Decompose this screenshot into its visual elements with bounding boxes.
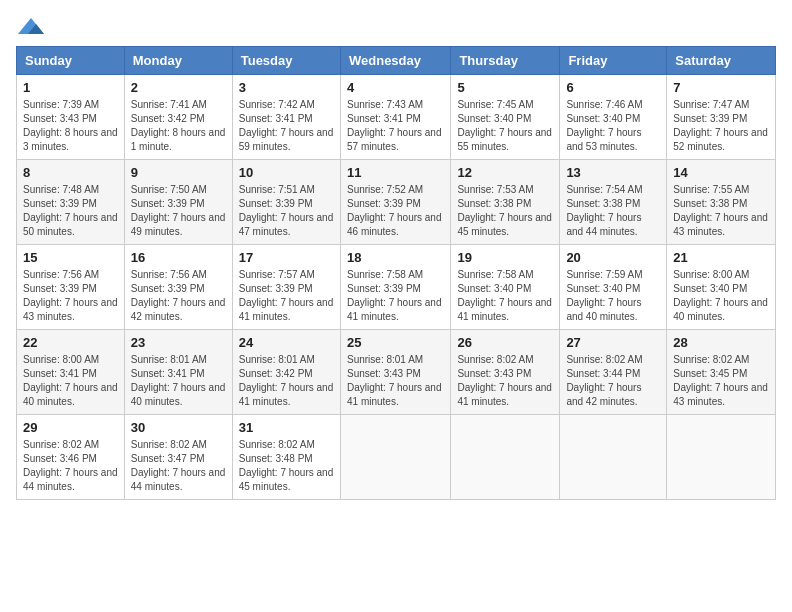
day-info: Sunrise: 7:47 AMSunset: 3:39 PMDaylight:… [673, 98, 769, 154]
day-info: Sunrise: 8:00 AMSunset: 3:40 PMDaylight:… [673, 268, 769, 324]
day-number: 1 [23, 80, 118, 95]
day-number: 20 [566, 250, 660, 265]
calendar-cell: 31Sunrise: 8:02 AMSunset: 3:48 PMDayligh… [232, 415, 340, 500]
day-info: Sunrise: 8:02 AMSunset: 3:43 PMDaylight:… [457, 353, 553, 409]
day-info: Sunrise: 8:01 AMSunset: 3:43 PMDaylight:… [347, 353, 444, 409]
day-info: Sunrise: 7:55 AMSunset: 3:38 PMDaylight:… [673, 183, 769, 239]
calendar-cell: 9Sunrise: 7:50 AMSunset: 3:39 PMDaylight… [124, 160, 232, 245]
calendar-cell: 8Sunrise: 7:48 AMSunset: 3:39 PMDaylight… [17, 160, 125, 245]
day-number: 21 [673, 250, 769, 265]
day-info: Sunrise: 8:02 AMSunset: 3:46 PMDaylight:… [23, 438, 118, 494]
calendar-cell: 10Sunrise: 7:51 AMSunset: 3:39 PMDayligh… [232, 160, 340, 245]
day-number: 4 [347, 80, 444, 95]
calendar-cell: 11Sunrise: 7:52 AMSunset: 3:39 PMDayligh… [340, 160, 450, 245]
logo [16, 16, 50, 38]
day-number: 30 [131, 420, 226, 435]
day-info: Sunrise: 8:02 AMSunset: 3:47 PMDaylight:… [131, 438, 226, 494]
col-header-monday: Monday [124, 47, 232, 75]
calendar-cell: 7Sunrise: 7:47 AMSunset: 3:39 PMDaylight… [667, 75, 776, 160]
day-number: 14 [673, 165, 769, 180]
col-header-saturday: Saturday [667, 47, 776, 75]
day-info: Sunrise: 7:57 AMSunset: 3:39 PMDaylight:… [239, 268, 334, 324]
day-info: Sunrise: 7:56 AMSunset: 3:39 PMDaylight:… [23, 268, 118, 324]
day-number: 3 [239, 80, 334, 95]
day-number: 12 [457, 165, 553, 180]
day-number: 8 [23, 165, 118, 180]
calendar-cell: 1Sunrise: 7:39 AMSunset: 3:43 PMDaylight… [17, 75, 125, 160]
calendar-cell [560, 415, 667, 500]
calendar-cell: 29Sunrise: 8:02 AMSunset: 3:46 PMDayligh… [17, 415, 125, 500]
day-number: 17 [239, 250, 334, 265]
day-number: 31 [239, 420, 334, 435]
calendar-cell: 2Sunrise: 7:41 AMSunset: 3:42 PMDaylight… [124, 75, 232, 160]
calendar-cell: 3Sunrise: 7:42 AMSunset: 3:41 PMDaylight… [232, 75, 340, 160]
calendar-cell: 26Sunrise: 8:02 AMSunset: 3:43 PMDayligh… [451, 330, 560, 415]
day-info: Sunrise: 8:01 AMSunset: 3:41 PMDaylight:… [131, 353, 226, 409]
day-number: 25 [347, 335, 444, 350]
calendar-cell: 15Sunrise: 7:56 AMSunset: 3:39 PMDayligh… [17, 245, 125, 330]
calendar-cell: 24Sunrise: 8:01 AMSunset: 3:42 PMDayligh… [232, 330, 340, 415]
day-number: 9 [131, 165, 226, 180]
calendar-cell: 4Sunrise: 7:43 AMSunset: 3:41 PMDaylight… [340, 75, 450, 160]
day-info: Sunrise: 7:42 AMSunset: 3:41 PMDaylight:… [239, 98, 334, 154]
day-info: Sunrise: 7:56 AMSunset: 3:39 PMDaylight:… [131, 268, 226, 324]
day-number: 28 [673, 335, 769, 350]
day-number: 15 [23, 250, 118, 265]
calendar-cell [340, 415, 450, 500]
day-number: 10 [239, 165, 334, 180]
calendar-cell [451, 415, 560, 500]
day-number: 19 [457, 250, 553, 265]
day-info: Sunrise: 8:02 AMSunset: 3:48 PMDaylight:… [239, 438, 334, 494]
col-header-thursday: Thursday [451, 47, 560, 75]
calendar-cell: 19Sunrise: 7:58 AMSunset: 3:40 PMDayligh… [451, 245, 560, 330]
col-header-wednesday: Wednesday [340, 47, 450, 75]
calendar-cell: 21Sunrise: 8:00 AMSunset: 3:40 PMDayligh… [667, 245, 776, 330]
calendar-cell: 22Sunrise: 8:00 AMSunset: 3:41 PMDayligh… [17, 330, 125, 415]
day-info: Sunrise: 7:48 AMSunset: 3:39 PMDaylight:… [23, 183, 118, 239]
day-number: 2 [131, 80, 226, 95]
day-number: 27 [566, 335, 660, 350]
day-info: Sunrise: 7:52 AMSunset: 3:39 PMDaylight:… [347, 183, 444, 239]
day-number: 29 [23, 420, 118, 435]
calendar-cell: 27Sunrise: 8:02 AMSunset: 3:44 PMDayligh… [560, 330, 667, 415]
calendar-cell: 16Sunrise: 7:56 AMSunset: 3:39 PMDayligh… [124, 245, 232, 330]
day-number: 26 [457, 335, 553, 350]
calendar-cell: 14Sunrise: 7:55 AMSunset: 3:38 PMDayligh… [667, 160, 776, 245]
day-number: 23 [131, 335, 226, 350]
day-number: 5 [457, 80, 553, 95]
calendar-cell: 13Sunrise: 7:54 AMSunset: 3:38 PMDayligh… [560, 160, 667, 245]
day-info: Sunrise: 7:59 AMSunset: 3:40 PMDaylight:… [566, 268, 660, 324]
day-info: Sunrise: 7:46 AMSunset: 3:40 PMDaylight:… [566, 98, 660, 154]
calendar-cell: 28Sunrise: 8:02 AMSunset: 3:45 PMDayligh… [667, 330, 776, 415]
day-info: Sunrise: 8:00 AMSunset: 3:41 PMDaylight:… [23, 353, 118, 409]
calendar: SundayMondayTuesdayWednesdayThursdayFrid… [16, 46, 776, 500]
day-number: 22 [23, 335, 118, 350]
day-info: Sunrise: 8:02 AMSunset: 3:44 PMDaylight:… [566, 353, 660, 409]
day-info: Sunrise: 7:39 AMSunset: 3:43 PMDaylight:… [23, 98, 118, 154]
day-info: Sunrise: 8:02 AMSunset: 3:45 PMDaylight:… [673, 353, 769, 409]
calendar-cell [667, 415, 776, 500]
calendar-cell: 30Sunrise: 8:02 AMSunset: 3:47 PMDayligh… [124, 415, 232, 500]
day-info: Sunrise: 7:45 AMSunset: 3:40 PMDaylight:… [457, 98, 553, 154]
day-info: Sunrise: 7:58 AMSunset: 3:40 PMDaylight:… [457, 268, 553, 324]
day-number: 24 [239, 335, 334, 350]
calendar-cell: 23Sunrise: 8:01 AMSunset: 3:41 PMDayligh… [124, 330, 232, 415]
day-info: Sunrise: 7:58 AMSunset: 3:39 PMDaylight:… [347, 268, 444, 324]
calendar-cell: 18Sunrise: 7:58 AMSunset: 3:39 PMDayligh… [340, 245, 450, 330]
logo-icon [16, 16, 46, 38]
day-number: 6 [566, 80, 660, 95]
day-info: Sunrise: 7:50 AMSunset: 3:39 PMDaylight:… [131, 183, 226, 239]
day-info: Sunrise: 7:43 AMSunset: 3:41 PMDaylight:… [347, 98, 444, 154]
col-header-sunday: Sunday [17, 47, 125, 75]
day-number: 11 [347, 165, 444, 180]
calendar-cell: 5Sunrise: 7:45 AMSunset: 3:40 PMDaylight… [451, 75, 560, 160]
calendar-cell: 6Sunrise: 7:46 AMSunset: 3:40 PMDaylight… [560, 75, 667, 160]
day-number: 13 [566, 165, 660, 180]
day-number: 16 [131, 250, 226, 265]
day-info: Sunrise: 7:53 AMSunset: 3:38 PMDaylight:… [457, 183, 553, 239]
day-number: 7 [673, 80, 769, 95]
day-info: Sunrise: 7:51 AMSunset: 3:39 PMDaylight:… [239, 183, 334, 239]
header [16, 16, 776, 38]
day-info: Sunrise: 7:41 AMSunset: 3:42 PMDaylight:… [131, 98, 226, 154]
day-number: 18 [347, 250, 444, 265]
